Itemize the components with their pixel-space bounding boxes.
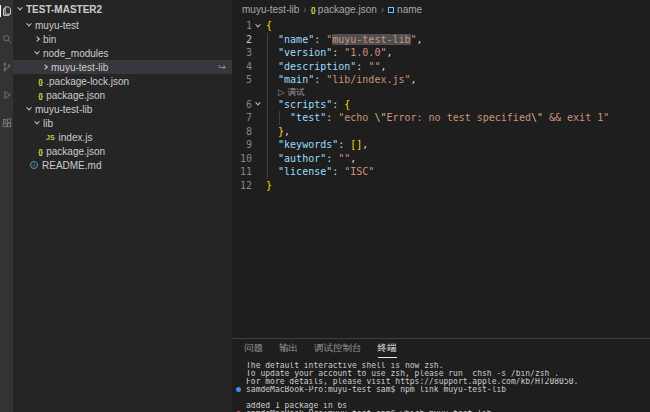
- fold-column: [252, 19, 264, 33]
- panel-tab-output[interactable]: 输出: [279, 339, 298, 358]
- json-file-icon: {}: [311, 5, 315, 14]
- line-gutter: 1: [232, 19, 264, 33]
- line-number: 2: [232, 33, 252, 47]
- terminal-line: To update your account to use zsh, pleas…: [232, 370, 650, 378]
- token: ,: [411, 74, 417, 85]
- token: "license": [278, 166, 332, 177]
- line-gutter: 6: [232, 98, 264, 112]
- file-label: muyu-test-lib: [51, 62, 108, 73]
- token: "lib/index.js": [326, 74, 410, 85]
- token: && exit 1": [543, 112, 609, 123]
- file-label: package.json: [46, 90, 105, 101]
- terminal-text: [246, 394, 251, 402]
- tree-item-index-js[interactable]: JSindex.js: [13, 130, 232, 144]
- chevron-right-icon: [42, 64, 48, 70]
- fold-column: [252, 165, 264, 179]
- js-file-icon: JS: [46, 134, 55, 141]
- token: "keywords": [278, 139, 338, 150]
- terminal-output[interactable]: The default interactive shell is now zsh…: [232, 358, 650, 412]
- code-line-7[interactable]: 7 "test": "echo \"Error: no test specifi…: [232, 111, 650, 125]
- tree-item-package-json[interactable]: {}package.json: [13, 88, 232, 102]
- fold-column: [252, 138, 264, 152]
- token: \": [531, 112, 543, 123]
- tree-item-muyu-test-lib[interactable]: muyu-test-lib↪: [13, 60, 232, 74]
- tree-item-node-modules[interactable]: node_modules: [13, 46, 232, 60]
- file-label: node_modules: [43, 48, 109, 59]
- symlink-arrow-icon: ↪: [218, 62, 226, 72]
- code-lens-label: 调试: [288, 87, 305, 98]
- terminal-text: samdeMacBook-Pro:muyu-test sam$ npm link…: [246, 386, 506, 394]
- panel-tab-terminal[interactable]: 终端: [378, 339, 397, 358]
- line-number: 6: [232, 98, 252, 112]
- token: "version": [278, 47, 332, 58]
- line-number: 5: [232, 73, 252, 87]
- workspace-section-header[interactable]: TEST-MASTER2: [13, 0, 232, 18]
- json-file-icon: {}: [38, 91, 42, 100]
- panel-tab-debug-console[interactable]: 调试控制台: [314, 339, 362, 358]
- line-number: 8: [232, 125, 252, 139]
- tree-item-bin[interactable]: bin: [13, 32, 232, 46]
- token: {: [266, 20, 272, 31]
- token: ,: [386, 47, 392, 58]
- terminal-line: For more details, please visit https://s…: [232, 378, 650, 386]
- workspace-name: TEST-MASTER2: [26, 4, 102, 15]
- fold-column: [252, 60, 264, 74]
- chevron-down-icon: [26, 21, 32, 27]
- token: "main": [278, 74, 314, 85]
- chevron-right-icon: [34, 36, 40, 42]
- code-line-12[interactable]: 12}: [232, 179, 650, 193]
- chevron-down-icon: [26, 105, 32, 111]
- code-line-6[interactable]: 6 "scripts": {: [232, 98, 650, 112]
- tree-item-lib[interactable]: lib: [13, 116, 232, 130]
- file-tree: muyu-testbinnode_modulesmuyu-test-lib↪{}…: [13, 18, 232, 172]
- fold-chevron-icon[interactable]: [255, 22, 261, 28]
- code-line-1[interactable]: 1{: [232, 19, 650, 33]
- line-number: 9: [232, 138, 252, 152]
- code-line-5[interactable]: 5 "main": "lib/index.js",: [232, 73, 650, 87]
- search-icon[interactable]: [0, 33, 13, 45]
- token: "": [338, 153, 350, 164]
- line-number: 3: [232, 46, 252, 60]
- breadcrumb-separator-icon: ›: [381, 4, 384, 15]
- token: :: [332, 47, 344, 58]
- code-line-4[interactable]: 4 "description": "",: [232, 60, 650, 74]
- vscode-window: TEST-MASTER2 muyu-testbinnode_modulesmuy…: [0, 0, 650, 412]
- play-icon[interactable]: [0, 89, 13, 101]
- code-lens[interactable]: ▷调试: [232, 87, 650, 98]
- tree-item-muyu-test[interactable]: muyu-test: [13, 18, 232, 32]
- fold-column: [252, 33, 264, 47]
- terminal-line: added 1 package in 6s: [232, 402, 650, 410]
- token: ,: [417, 34, 423, 45]
- token: :: [332, 99, 344, 110]
- code-line-8[interactable]: 8 },: [232, 125, 650, 139]
- indent-guide: [267, 33, 268, 179]
- token: "name": [278, 34, 314, 45]
- fold-chevron-icon[interactable]: [255, 100, 261, 106]
- bottom-panel: 问题输出调试控制台终端 The default interactive shel…: [232, 338, 650, 412]
- code-area[interactable]: 1{2 "name": "muyu-test-lib",3 "version":…: [232, 19, 650, 192]
- breadcrumb-item-muyu-test-lib[interactable]: muyu-test-lib: [242, 4, 299, 15]
- token: :: [338, 139, 350, 150]
- branch-icon[interactable]: [0, 61, 13, 73]
- tree-item-readme-md[interactable]: iREADME.md: [13, 158, 232, 172]
- code-line-9[interactable]: 9 "keywords": [],: [232, 138, 650, 152]
- tree-item-package-json[interactable]: {}package.json: [13, 144, 232, 158]
- terminal-line: [232, 394, 650, 402]
- chevron-down-icon: [34, 119, 40, 125]
- panel-tab-problems[interactable]: 问题: [244, 339, 263, 358]
- breadcrumb-item-name[interactable]: name: [388, 4, 422, 15]
- file-label: index.js: [59, 132, 93, 143]
- code-line-3[interactable]: 3 "version": "1.0.0",: [232, 46, 650, 60]
- tree-item-muyu-test-lib[interactable]: muyu-test-lib: [13, 102, 232, 116]
- code-line-2[interactable]: 2 "name": "muyu-test-lib",: [232, 33, 650, 47]
- fold-column: [252, 179, 264, 193]
- code-line-11[interactable]: 11 "license": "ISC": [232, 165, 650, 179]
- breadcrumb-item-package-json[interactable]: {}package.json: [311, 4, 377, 15]
- extensions-icon[interactable]: [0, 117, 13, 129]
- panel-tab-bar: 问题输出调试控制台终端: [232, 339, 650, 358]
- files-icon[interactable]: [0, 5, 13, 17]
- tree-item-package-lock-json[interactable]: {}.package-lock.json: [13, 74, 232, 88]
- breadcrumb-label: muyu-test-lib: [242, 4, 299, 15]
- json-file-icon: {}: [38, 77, 42, 86]
- code-line-10[interactable]: 10 "author": "",: [232, 152, 650, 166]
